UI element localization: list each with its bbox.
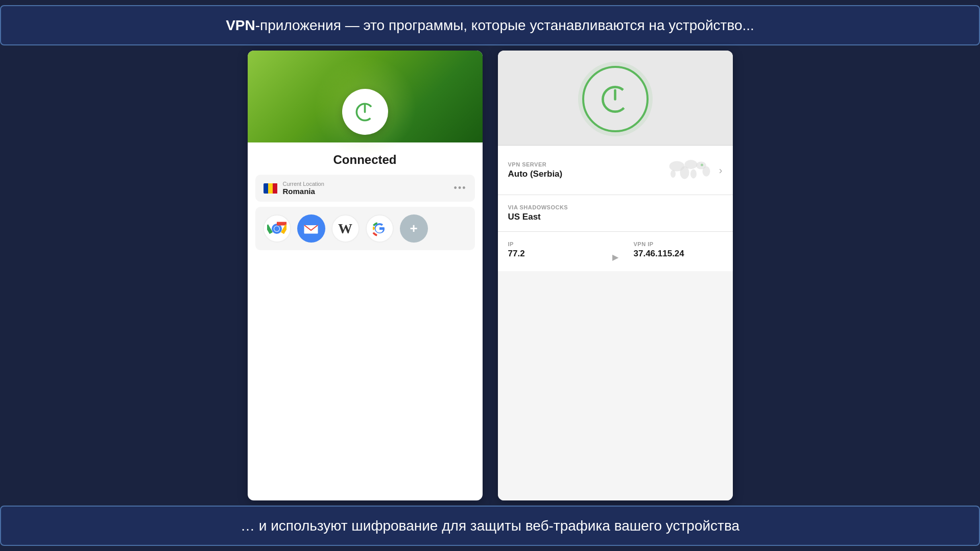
flag-romania xyxy=(264,183,278,194)
vpn-server-label: VPN SERVER xyxy=(508,161,665,167)
location-row[interactable]: Current Location Romania ••• xyxy=(255,175,475,202)
phone-header-gradient xyxy=(248,51,483,142)
svg-point-16 xyxy=(671,170,676,178)
vpn-server-info: VPN SERVER Auto (Serbia) xyxy=(508,161,665,179)
bottom-banner-text: … и используют шифрование для защиты веб… xyxy=(241,518,739,534)
chevron-right-icon: › xyxy=(719,164,723,176)
world-map-container xyxy=(665,155,716,185)
power-section-right xyxy=(498,51,733,146)
panel-right: VPN SERVER Auto (Serbia) xyxy=(498,51,733,500)
main-content: Connected Current Location Romania ••• xyxy=(0,51,980,500)
more-options-dots[interactable]: ••• xyxy=(454,183,467,194)
bottom-banner: … и используют шифрование для защиты веб… xyxy=(0,506,980,546)
svg-point-14 xyxy=(702,166,710,177)
app-wikipedia-icon[interactable]: W xyxy=(331,214,360,243)
vpn-ip-value: 37.46.115.24 xyxy=(634,249,723,259)
power-icon-right xyxy=(599,83,632,116)
via-value: US East xyxy=(508,212,723,222)
top-banner-text: -приложения — это программы, которые уст… xyxy=(255,17,754,33)
svg-point-17 xyxy=(701,164,703,166)
phone-left-panel: Connected Current Location Romania ••• xyxy=(248,51,483,500)
location-text: Current Location Romania xyxy=(283,181,324,196)
wikipedia-letter: W xyxy=(338,221,352,237)
vpn-server-row[interactable]: VPN SERVER Auto (Serbia) xyxy=(498,146,733,195)
ip-value: 77.2 xyxy=(508,249,597,259)
info-section-right: VPN SERVER Auto (Serbia) xyxy=(498,146,733,500)
apps-row: W + xyxy=(255,207,475,250)
power-button-left[interactable] xyxy=(342,89,388,135)
ip-label: IP xyxy=(508,241,597,247)
ip-row: IP 77.2 ▶ VPN IP 37.46.115.24 xyxy=(498,232,733,271)
top-banner: VPN-приложения — это программы, которые … xyxy=(0,5,980,45)
location-name: Romania xyxy=(283,187,324,196)
location-label: Current Location xyxy=(283,181,324,187)
via-label: VIA SHADOWSOCKS xyxy=(508,204,723,210)
power-button-right[interactable] xyxy=(582,66,649,132)
power-icon-left xyxy=(353,101,376,124)
top-banner-bold: VPN xyxy=(226,17,255,33)
app-gmail-icon[interactable] xyxy=(297,214,325,243)
svg-point-5 xyxy=(274,226,279,231)
svg-point-12 xyxy=(680,166,689,179)
vpn-server-value: Auto (Serbia) xyxy=(508,169,665,179)
app-google-icon[interactable] xyxy=(366,214,394,243)
ip-col: IP 77.2 xyxy=(508,241,597,259)
shadowsocks-row: VIA SHADOWSOCKS US East xyxy=(498,195,733,232)
svg-point-15 xyxy=(690,170,697,179)
add-label: + xyxy=(410,221,417,236)
location-info: Current Location Romania xyxy=(264,181,324,196)
app-chrome-icon[interactable] xyxy=(263,214,291,243)
vpn-ip-col: VPN IP 37.46.115.24 xyxy=(634,241,723,259)
ip-arrow-icon: ▶ xyxy=(612,241,618,262)
vpn-ip-label: VPN IP xyxy=(634,241,723,247)
app-add-icon[interactable]: + xyxy=(400,214,428,243)
world-map-icon xyxy=(665,155,716,185)
